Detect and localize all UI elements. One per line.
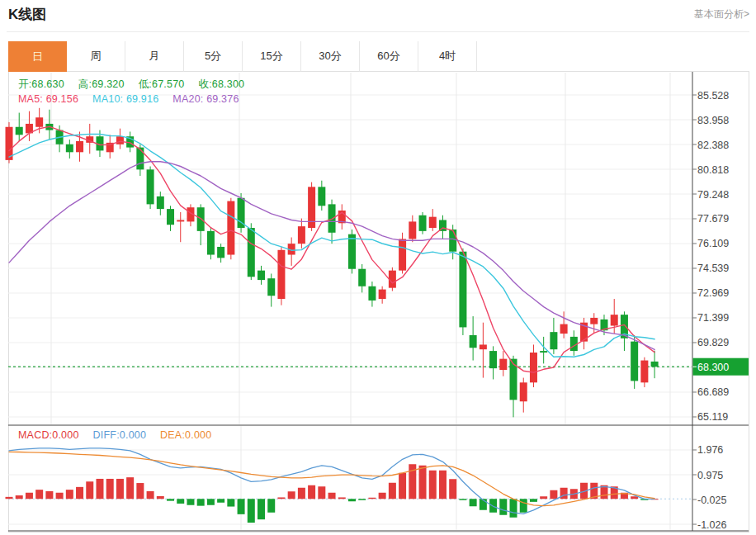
macd-bar — [439, 471, 447, 499]
price-tick-label: 76.109 — [697, 238, 729, 249]
macd-bar — [126, 477, 134, 499]
candle-body — [399, 239, 406, 270]
candle-body — [16, 127, 23, 135]
tab-timeframe-0[interactable]: 日 — [8, 41, 67, 72]
candle-body — [470, 335, 477, 348]
macd-bar — [389, 483, 396, 499]
macd-legend: MACD:0.000DIFF:0.000DEA:0.000 — [18, 429, 211, 441]
macd-bar — [16, 495, 23, 499]
legend-ohlc-item-3: 收:68.300 — [198, 78, 244, 92]
macd-tick-label: -1.026 — [697, 519, 726, 531]
macd-bar — [56, 493, 64, 499]
candle-body — [480, 344, 487, 349]
macd-bar — [217, 499, 224, 503]
tab-timeframe-5[interactable]: 30分 — [301, 41, 360, 72]
macd-bar — [26, 493, 33, 499]
candle-body — [379, 290, 386, 299]
candle-body — [550, 332, 557, 349]
candle-body — [35, 117, 43, 126]
candle-body — [248, 228, 255, 277]
price-tick-label: 66.689 — [697, 386, 729, 398]
tab-timeframe-3[interactable]: 5分 — [184, 41, 243, 72]
candle-body — [177, 220, 184, 221]
candle-body — [640, 361, 648, 383]
tab-timeframe-4[interactable]: 15分 — [243, 41, 301, 72]
macd-bar — [238, 499, 245, 514]
legend-ohlc-item-1: 高:69.320 — [78, 78, 125, 92]
macd-bar — [157, 496, 164, 499]
candle-body — [197, 207, 205, 231]
price-tick-label: 74.539 — [697, 263, 729, 274]
macd-bar — [277, 497, 285, 499]
candle-body — [449, 230, 456, 252]
macd-bar — [45, 491, 53, 499]
candle-body — [116, 136, 124, 144]
macd-bar — [147, 491, 154, 499]
tab-timeframe-2[interactable]: 月 — [125, 41, 184, 72]
macd-tick-label: -0.025 — [697, 495, 726, 506]
macd-bar — [66, 490, 73, 499]
kline-page: { "header": { "title": "K线图", "link": "基… — [0, 0, 756, 535]
macd-bar — [510, 499, 517, 518]
macd-bar — [449, 479, 456, 499]
candle-body — [489, 351, 497, 368]
candle-body — [167, 209, 174, 225]
candle-body — [651, 362, 659, 367]
candles-layer — [6, 108, 693, 418]
ma5-line — [9, 126, 654, 372]
macd-bar — [76, 487, 83, 499]
candle-body — [227, 201, 234, 255]
tab-timeframe-6[interactable]: 60分 — [360, 41, 418, 72]
macd-bar — [499, 499, 507, 515]
candle-body — [136, 148, 144, 170]
candle-body — [429, 217, 437, 228]
price-tick-label: 79.248 — [697, 189, 729, 201]
macd-bar — [328, 493, 336, 499]
candle-body — [540, 351, 547, 353]
price-tick-label: 85.528 — [697, 90, 729, 102]
candle-body — [560, 324, 568, 334]
legend-macd-item-1: DIFF:0.000 — [93, 429, 147, 441]
macd-bar — [6, 497, 13, 499]
candle-body — [499, 359, 507, 370]
macd-bar — [288, 491, 295, 499]
macd-bar — [227, 499, 234, 506]
macd-bar — [550, 490, 557, 499]
candle-body — [277, 250, 285, 299]
candle-body — [318, 187, 325, 206]
macd-bar — [429, 471, 437, 499]
ma-legend: MA5: 69.156MA10: 69.916MA20: 69.376 — [18, 93, 239, 105]
price-tick-label: 69.829 — [697, 337, 729, 348]
candle-body — [459, 252, 466, 328]
candle-body — [590, 318, 598, 324]
price-tick-label: 72.969 — [697, 287, 729, 299]
candle-body — [368, 286, 376, 301]
candle-body — [611, 315, 618, 325]
candle-body — [530, 353, 537, 382]
candle-body — [66, 144, 73, 153]
gridlines — [8, 73, 692, 530]
legend-ma-item-2: MA20: 69.376 — [172, 93, 239, 105]
macd-bar — [258, 499, 265, 519]
legend-macd-item-2: DEA:0.000 — [160, 429, 211, 441]
candle-body — [258, 271, 265, 280]
macd-bar — [267, 499, 275, 513]
candle-body — [217, 247, 224, 258]
macd-bar — [459, 499, 466, 500]
macd-bar — [419, 466, 427, 499]
timeframe-tabs: 日周月5分15分30分60分4时 — [8, 41, 749, 72]
macd-bar — [248, 499, 255, 523]
macd-bar — [167, 499, 174, 500]
macd-bar — [358, 499, 366, 500]
ma10-line — [9, 134, 654, 357]
macd-bar — [631, 496, 638, 499]
candle-body — [520, 382, 527, 401]
macd-bar — [35, 490, 43, 499]
candle-body — [267, 278, 275, 296]
price-tick-label: 83.958 — [697, 115, 729, 126]
tab-timeframe-7[interactable]: 4时 — [418, 41, 477, 72]
tab-timeframe-1[interactable]: 周 — [67, 41, 125, 72]
macd-bar — [308, 485, 315, 499]
candle-body — [631, 342, 638, 381]
price-tick-label: 82.388 — [697, 140, 729, 151]
